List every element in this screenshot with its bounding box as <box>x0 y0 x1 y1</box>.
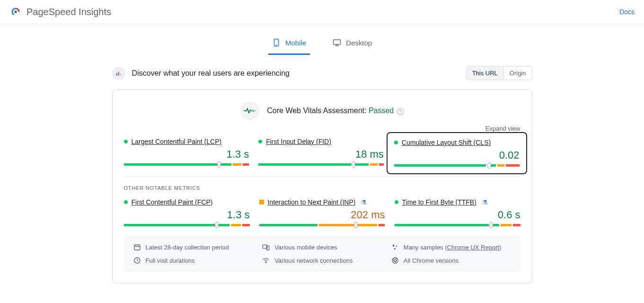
app-header: PageSpeed Insights Docs <box>0 0 644 24</box>
samples-icon <box>391 243 399 251</box>
mobile-icon <box>272 38 281 47</box>
svg-rect-7 <box>118 71 119 75</box>
metric-fid-value: 18 ms <box>258 148 384 160</box>
svg-rect-6 <box>116 73 117 75</box>
expand-view-link[interactable]: Expand view <box>124 125 520 132</box>
svg-point-10 <box>255 110 256 111</box>
metric-ttfb-bar <box>395 224 520 226</box>
desktop-icon <box>333 38 341 47</box>
metric-fid-bar <box>258 163 384 166</box>
info-icon[interactable]: ? <box>397 108 404 115</box>
metric-lcp-value: 1.3 s <box>124 148 249 160</box>
section-header: Discover what your real users are experi… <box>112 66 532 80</box>
experimental-icon: ⚗ <box>361 199 367 206</box>
footer-network: Various network connections <box>262 257 382 264</box>
core-metrics-row: Largest Contentful Paint (LCP) 1.3 s Fir… <box>124 138 520 168</box>
svg-point-19 <box>394 248 395 250</box>
network-icon <box>262 257 270 264</box>
footer-devices: Various mobile devices <box>262 243 382 251</box>
assessment-text: Core Web Vitals Assessment: Passed ? <box>267 107 403 115</box>
metric-cls-bar <box>394 164 520 167</box>
metric-fid-name[interactable]: First Input Delay (FID) <box>266 138 331 145</box>
bar-marker <box>352 161 355 168</box>
metric-lcp-bar <box>124 163 249 166</box>
metric-fcp-bar <box>124 224 250 226</box>
bar-marker <box>487 162 491 169</box>
footer-durations: Full visit durations <box>133 257 253 264</box>
logo-area[interactable]: PageSpeed Insights <box>9 6 111 18</box>
metric-ttfb-value: 0.6 s <box>395 209 520 221</box>
crux-report-link[interactable]: Chrome UX Report <box>447 244 500 251</box>
metric-cls-value: 0.02 <box>394 149 520 161</box>
tab-desktop[interactable]: Desktop <box>329 34 376 55</box>
metric-ttfb-name[interactable]: Time to First Byte (TTFB) <box>402 198 476 206</box>
other-metrics-row: First Contentful Paint (FCP) 1.3 s Inter… <box>124 198 520 226</box>
bar-marker <box>217 161 221 168</box>
footer-versions: All Chrome versions <box>391 257 511 264</box>
assessment-label: Core Web Vitals Assessment: <box>267 107 366 115</box>
metric-fid: First Input Delay (FID) 18 ms <box>258 138 384 168</box>
other-metrics-label: OTHER NOTABLE METRICS <box>124 185 520 191</box>
metric-inp-value: 202 ms <box>259 209 385 221</box>
svg-rect-11 <box>134 245 140 250</box>
status-dot-green <box>395 200 398 204</box>
status-dot-green <box>394 141 398 144</box>
metric-inp-bar <box>259 224 385 226</box>
device-tabs: Mobile Desktop <box>0 34 644 55</box>
pulse-icon-wrap <box>240 101 259 120</box>
svg-rect-8 <box>120 73 121 75</box>
tab-mobile[interactable]: Mobile <box>268 34 310 55</box>
docs-link[interactable]: Docs <box>619 8 635 16</box>
pagespeed-logo-icon <box>9 6 22 18</box>
status-dot-green <box>124 200 128 204</box>
metric-inp-name[interactable]: Interaction to Next Paint (INP) <box>268 198 356 206</box>
devices-icon <box>262 243 270 251</box>
status-dot-green <box>124 140 128 143</box>
metric-fcp: First Contentful Paint (FCP) 1.3 s <box>124 198 250 226</box>
divider <box>124 176 520 177</box>
clock-icon <box>133 257 141 264</box>
svg-point-17 <box>392 245 394 247</box>
pulse-icon <box>244 107 256 115</box>
main-content: Discover what your real users are experi… <box>105 66 540 284</box>
calendar-icon <box>133 243 141 251</box>
metric-fcp-name[interactable]: First Contentful Paint (FCP) <box>132 198 213 206</box>
metric-fcp-value: 1.3 s <box>124 209 250 221</box>
app-title: PageSpeed Insights <box>26 7 111 18</box>
tab-desktop-label: Desktop <box>346 39 372 47</box>
toggle-origin[interactable]: Origin <box>503 67 532 80</box>
metric-inp: Interaction to Next Paint (INP) ⚗ 202 ms <box>259 198 385 226</box>
svg-point-9 <box>252 110 254 112</box>
svg-rect-3 <box>334 40 341 45</box>
metric-ttfb: Time to First Byte (TTFB) ⚗ 0.6 s <box>395 198 520 226</box>
status-square-orange <box>259 200 264 205</box>
tab-mobile-label: Mobile <box>285 39 306 47</box>
chart-icon <box>115 70 123 77</box>
bar-marker <box>354 222 358 228</box>
scope-toggle: This URL Origin <box>466 66 532 80</box>
experimental-icon: ⚗ <box>482 199 488 206</box>
bar-marker <box>215 222 219 228</box>
metric-lcp-name[interactable]: Largest Contentful Paint (LCP) <box>132 138 222 145</box>
chrome-icon <box>391 257 399 264</box>
svg-point-18 <box>396 246 397 247</box>
footer-samples: Many samples (Chrome UX Report) <box>391 243 511 251</box>
assessment-status: Passed <box>369 107 394 115</box>
svg-point-22 <box>392 258 398 263</box>
footer-period: Latest 28-day collection period <box>133 243 253 251</box>
assessment-row: Core Web Vitals Assessment: Passed ? <box>124 101 520 120</box>
toggle-this-url[interactable]: This URL <box>467 67 503 80</box>
metric-cls-name[interactable]: Cumulative Layout Shift (CLS) <box>402 139 491 146</box>
metric-cls: Cumulative Layout Shift (CLS) 0.02 <box>387 132 527 174</box>
status-dot-green <box>258 140 262 143</box>
svg-point-0 <box>14 10 17 13</box>
section-icon <box>112 67 125 80</box>
metric-lcp: Largest Contentful Paint (LCP) 1.3 s <box>124 138 249 168</box>
metadata-footer: Latest 28-day collection period Various … <box>124 236 520 272</box>
field-data-card: Core Web Vitals Assessment: Passed ? Exp… <box>112 89 532 284</box>
bar-marker <box>489 222 493 228</box>
section-title: Discover what your real users are experi… <box>132 69 290 78</box>
svg-point-21 <box>265 262 266 263</box>
